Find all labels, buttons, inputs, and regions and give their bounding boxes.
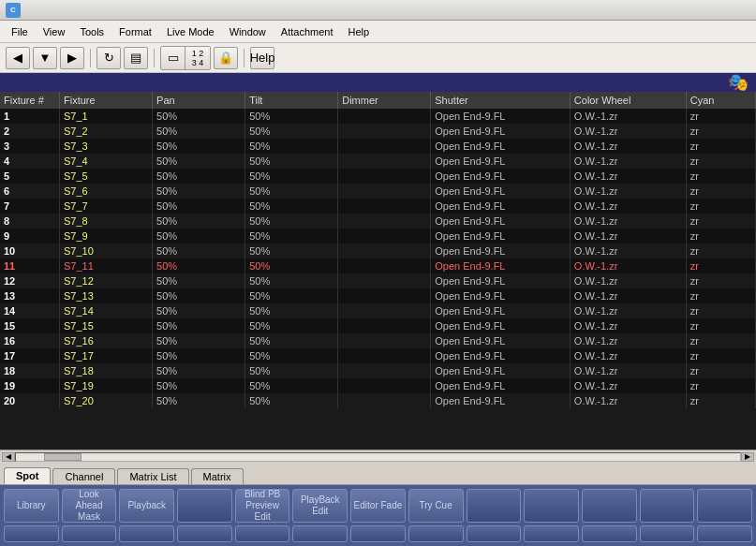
menu-bar: FileViewToolsFormatLive ModeWindowAttach… <box>0 21 756 43</box>
col-header-cyan: Cyan <box>686 92 755 109</box>
bottom-btn-row2-1 <box>62 525 117 542</box>
table-row[interactable]: 8S7_850%50%Open End-9.FLO.W.-1.zrzr <box>0 214 756 229</box>
horizontal-scrollbar[interactable]: ◀ ▶ <box>0 450 756 463</box>
tab-matrix-list[interactable]: Matrix List <box>117 468 188 484</box>
tab-bar: Spot Channel Matrix List Matrix <box>0 463 756 485</box>
bottom-btn-empty-3 <box>177 489 232 523</box>
back-button[interactable]: ◀ <box>6 47 30 69</box>
bottom-btn-row2-4 <box>235 525 290 542</box>
tab-channel[interactable]: Channel <box>52 468 115 484</box>
table-container: Fixture # Fixture Pan Tilt Dimmer Shutte… <box>0 92 756 450</box>
scrollbar-track[interactable] <box>15 452 741 462</box>
bottom-btn-blind-pb-preview-edit[interactable]: Blind PB Preview Edit <box>235 489 290 523</box>
menu-item-window[interactable]: Window <box>222 24 274 39</box>
table-row[interactable]: 3S7_350%50%Open End-9.FLO.W.-1.zrzr <box>0 139 756 154</box>
bottom-btn-library[interactable]: Library <box>4 489 59 523</box>
help-button[interactable]: Help <box>250 47 274 69</box>
scroll-right-btn[interactable]: ▶ <box>741 452 754 462</box>
col-header-dimmer: Dimmer <box>338 92 431 109</box>
bottom-panel: LibraryLook Ahead MaskPlaybackBlind PB P… <box>0 485 756 546</box>
refresh-button[interactable]: ↻ <box>96 47 121 69</box>
table-row[interactable]: 17S7_1750%50%Open End-9.FLO.W.-1.zrzr <box>0 348 756 363</box>
table-row[interactable]: 9S7_950%50%Open End-9.FLO.W.-1.zrzr <box>0 229 756 243</box>
table-row[interactable]: 15S7_1550%50%Open End-9.FLO.W.-1.zrzr <box>0 318 756 333</box>
forward-button[interactable]: ▶ <box>60 47 84 69</box>
layout-btn-1[interactable]: ▭ <box>161 47 185 69</box>
layout-button-group: ▭ 1 23 4 <box>160 46 211 70</box>
bottom-btn-look-ahead-mask[interactable]: Look Ahead Mask <box>62 489 117 523</box>
bottom-btn-row2-9 <box>524 525 579 542</box>
bottom-btn-row2-3 <box>177 525 232 542</box>
bottom-btn-empty-11 <box>640 489 695 523</box>
menu-item-help[interactable]: Help <box>340 24 377 39</box>
scrollbar-thumb[interactable] <box>44 453 82 461</box>
menu-item-attachment[interactable]: Attachment <box>274 24 341 39</box>
bottom-btn-playback[interactable]: Playback <box>119 489 174 523</box>
table-row[interactable]: 11S7_1150%50%Open End-9.FLO.W.-1.zrzr <box>0 258 756 273</box>
bottom-btn-row2-2 <box>119 525 174 542</box>
lock-button[interactable]: 🔒 <box>214 47 238 69</box>
live-spot-bar: 🎭 <box>0 73 756 92</box>
tab-spot[interactable]: Spot <box>4 467 51 484</box>
view-button[interactable]: ▤ <box>124 47 148 69</box>
menu-item-tools[interactable]: Tools <box>72 24 111 39</box>
bottom-btn-row2-8 <box>467 525 522 542</box>
bottom-btn-row2-5 <box>292 525 348 542</box>
col-header-fixture-num: Fixture # <box>0 92 60 109</box>
table-row[interactable]: 18S7_1850%50%Open End-9.FLO.W.-1.zrzr <box>0 363 756 378</box>
bottom-btn-row2-12 <box>697 525 752 542</box>
bottom-btn-row2-0 <box>4 525 59 542</box>
bottom-btn-empty-10 <box>582 489 637 523</box>
tab-matrix[interactable]: Matrix <box>191 468 244 484</box>
table-row[interactable]: 20S7_2050%50%Open End-9.FLO.W.-1.zrzr <box>0 393 756 408</box>
bottom-btn-empty-9 <box>524 489 579 523</box>
table-body: 1S7_150%50%Open End-9.FLO.W.-1.zrzr2S7_2… <box>0 109 756 408</box>
scroll-left-btn[interactable]: ◀ <box>2 452 15 462</box>
table-row[interactable]: 19S7_1950%50%Open End-9.FLO.W.-1.zrzr <box>0 378 756 393</box>
fixture-table: Fixture # Fixture Pan Tilt Dimmer Shutte… <box>0 92 756 408</box>
app-icon: C <box>6 3 21 18</box>
bottom-btn-try-cue[interactable]: Try Cue <box>408 489 464 523</box>
table-header: Fixture # Fixture Pan Tilt Dimmer Shutte… <box>0 92 756 109</box>
menu-item-live-mode[interactable]: Live Mode <box>159 24 222 39</box>
toolbar: ◀ ▼ ▶ ↻ ▤ ▭ 1 23 4 🔒 Help <box>0 43 756 73</box>
layout-btn-2[interactable]: 1 23 4 <box>185 47 210 69</box>
bottom-btn-row2-11 <box>640 525 695 542</box>
table-row[interactable]: 2S7_250%50%Open End-9.FLO.W.-1.zrzr <box>0 124 756 139</box>
bottom-row-1: LibraryLook Ahead MaskPlaybackBlind PB P… <box>4 489 752 523</box>
table-row[interactable]: 14S7_1450%50%Open End-9.FLO.W.-1.zrzr <box>0 303 756 318</box>
toolbar-sep-3 <box>244 49 245 67</box>
menu-item-view[interactable]: View <box>36 24 73 39</box>
table-row[interactable]: 13S7_1350%50%Open End-9.FLO.W.-1.zrzr <box>0 288 756 303</box>
bottom-btn-row2-6 <box>350 525 406 542</box>
main-content: 🎭 Fixture # Fixture Pan Tilt Dimmer Shut… <box>0 73 756 546</box>
col-header-colorwheel: Color Wheel <box>570 92 686 109</box>
bottom-btn-row2-7 <box>408 525 464 542</box>
table-row[interactable]: 4S7_450%50%Open End-9.FLO.W.-1.zrzr <box>0 154 756 169</box>
table-row[interactable]: 5S7_550%50%Open End-9.FLO.W.-1.zrzr <box>0 169 756 184</box>
menu-item-file[interactable]: File <box>4 24 36 39</box>
menu-item-format[interactable]: Format <box>111 24 159 39</box>
col-header-fixture: Fixture <box>60 92 153 109</box>
table-row[interactable]: 7S7_750%50%Open End-9.FLO.W.-1.zrzr <box>0 199 756 214</box>
bottom-btn-empty-8 <box>467 489 522 523</box>
table-row[interactable]: 12S7_1250%50%Open End-9.FLO.W.-1.zrzr <box>0 273 756 288</box>
table-row[interactable]: 16S7_1650%50%Open End-9.FLO.W.-1.zrzr <box>0 333 756 348</box>
bottom-row-2 <box>4 525 752 542</box>
col-header-shutter: Shutter <box>431 92 571 109</box>
live-spot-icon: 🎭 <box>728 72 749 93</box>
dropdown-button[interactable]: ▼ <box>33 47 57 69</box>
table-row[interactable]: 1S7_150%50%Open End-9.FLO.W.-1.zrzr <box>0 109 756 124</box>
bottom-btn-editor-fade[interactable]: Editor Fade <box>350 489 406 523</box>
col-header-pan: Pan <box>153 92 245 109</box>
table-row[interactable]: 6S7_650%50%Open End-9.FLO.W.-1.zrzr <box>0 184 756 199</box>
title-bar: C <box>0 0 756 21</box>
table-row[interactable]: 10S7_1050%50%Open End-9.FLO.W.-1.zrzr <box>0 243 756 258</box>
toolbar-sep-1 <box>90 49 91 67</box>
bottom-btn-playback-edit[interactable]: PlayBack Edit <box>292 489 348 523</box>
toolbar-sep-2 <box>154 49 155 67</box>
bottom-btn-empty-12 <box>697 489 752 523</box>
bottom-btn-row2-10 <box>582 525 637 542</box>
col-header-tilt: Tilt <box>245 92 338 109</box>
